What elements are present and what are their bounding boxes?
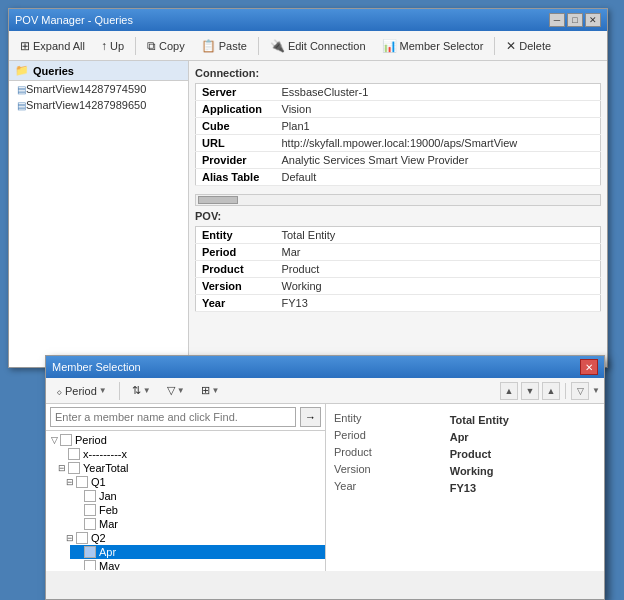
minimize-button[interactable]: ─ [549,13,565,27]
checkbox-yeartotal[interactable] [68,462,80,474]
member-tree-panel: → ▽ Period x---------x [46,404,326,571]
tree-node-q1[interactable]: ⊟ Q1 [62,475,325,489]
filter-button[interactable]: ▽ ▼ [161,381,191,401]
tree-node-apr[interactable]: Apr [70,545,325,559]
url-key: URL [196,135,276,152]
delete-button[interactable]: ✕ Delete [499,35,558,57]
member-right-toolbar: ▲ ▼ ▲ ▽ ▼ [500,382,600,400]
maximize-button[interactable]: □ [567,13,583,27]
tree-node-feb[interactable]: Feb [70,503,325,517]
tree-node-yeartotal[interactable]: ⊟ YearTotal [54,461,325,475]
nav-up2-button[interactable]: ▲ [542,382,560,400]
copy-icon: ⧉ [147,39,156,53]
cube-key: Cube [196,118,276,135]
member-toolbar: ⬦ Period ▼ ⇅ ▼ ▽ ▼ ⊞ ▼ ▲ ▼ ▲ ▽ ▼ [46,378,604,404]
member-close-button[interactable]: ✕ [580,359,598,375]
checkbox-mar[interactable] [84,518,96,530]
year-key: Year [196,295,276,312]
expand-icon-feb [72,505,84,515]
node-label-period: Period [75,434,107,446]
pov-product-key: Product [334,446,448,461]
alias-value: Default [276,169,601,186]
entity-value: Total Entity [276,227,601,244]
table-row: Year FY13 [196,295,601,312]
expand-all-icon: ⊞ [20,39,30,53]
nav-filter-button[interactable]: ▽ [571,382,589,400]
horizontal-scrollbar[interactable] [195,194,601,206]
tree-node-mar[interactable]: Mar [70,517,325,531]
up-button[interactable]: ↑ Up [94,35,131,57]
tree-node-x[interactable]: x---------x [54,447,325,461]
pov-row-version: Version Working [334,463,596,478]
pov-row-year: Year FY13 [334,480,596,495]
close-button[interactable]: ✕ [585,13,601,27]
member-selector-icon: 📊 [382,39,397,53]
main-window: POV Manager - Queries ─ □ ✕ ⊞ Expand All… [8,8,608,368]
expand-icon-jan [72,491,84,501]
period-icon: ⬦ [56,385,63,397]
search-area: → [46,404,325,431]
expand-all-button[interactable]: ⊞ Expand All [13,35,92,57]
checkbox-apr[interactable] [84,546,96,558]
find-button[interactable]: → [300,407,321,427]
nav-down-button[interactable]: ▼ [521,382,539,400]
tree-node-jan[interactable]: Jan [70,489,325,503]
options-icon: ⊞ [201,384,210,397]
pov-period-value: Apr [450,429,596,444]
period-dropdown-button[interactable]: ⬦ Period ▼ [50,381,113,401]
copy-button[interactable]: ⧉ Copy [140,35,192,57]
tree-node-may[interactable]: May [70,559,325,570]
pov-entity-value: Total Entity [450,412,596,427]
checkbox-may[interactable] [84,560,96,570]
table-row: Server EssbaseCluster-1 [196,84,601,101]
tree-node-period[interactable]: ▽ Period [46,433,325,447]
checkbox-q2[interactable] [76,532,88,544]
node-label-feb: Feb [99,504,118,516]
filter-icon: ▽ [167,384,175,397]
tree-header: 📁 Queries [9,61,188,81]
nav-filter-arrow: ▼ [592,386,600,395]
toolbar-separator-1 [135,37,136,55]
checkbox-x[interactable] [68,448,80,460]
checkbox-period[interactable] [60,434,72,446]
checkbox-jan[interactable] [84,490,96,502]
table-row: Product Product [196,261,601,278]
node-label-yeartotal: YearTotal [83,462,128,474]
expand-icon-x [56,449,68,459]
product-key: Product [196,261,276,278]
checkbox-q1[interactable] [76,476,88,488]
application-key: Application [196,101,276,118]
nav-up-button[interactable]: ▲ [500,382,518,400]
edit-connection-button[interactable]: 🔌 Edit Connection [263,35,373,57]
node-label-jan: Jan [99,490,117,502]
scrollbar-thumb[interactable] [198,196,238,204]
tree-item-2[interactable]: ▤ SmartView14287989650 [9,97,188,113]
sort-icon: ⇅ [132,384,141,397]
folder-icon: 📁 [15,64,29,77]
sort-button[interactable]: ⇅ ▼ [126,381,157,401]
pov-row-product: Product Product [334,446,596,461]
table-row: Cube Plan1 [196,118,601,135]
main-toolbar: ⊞ Expand All ↑ Up ⧉ Copy 📋 Paste 🔌 Edit … [9,31,607,61]
tree-node-q2[interactable]: ⊟ Q2 [62,531,325,545]
member-titlebar: Member Selection ✕ [46,356,604,378]
up-icon: ↑ [101,39,107,53]
expand-icon-q2: ⊟ [64,533,76,543]
node-label-mar: Mar [99,518,118,530]
paste-button[interactable]: 📋 Paste [194,35,254,57]
member-selector-button[interactable]: 📊 Member Selector [375,35,491,57]
member-toolbar-sep-1 [119,382,120,400]
checkbox-feb[interactable] [84,504,96,516]
node-label-q1: Q1 [91,476,106,488]
tree-item-1[interactable]: ▤ SmartView14287974590 [9,81,188,97]
pov-version-value: Working [450,463,596,478]
query-icon-2: ▤ [17,100,26,111]
cube-value: Plan1 [276,118,601,135]
year-value: FY13 [276,295,601,312]
member-pov-table: Entity Total Entity Period Apr Product P… [332,410,598,497]
provider-value: Analytic Services Smart View Provider [276,152,601,169]
search-input[interactable] [50,407,296,427]
server-value: EssbaseCluster-1 [276,84,601,101]
options-button[interactable]: ⊞ ▼ [195,381,226,401]
paste-icon: 📋 [201,39,216,53]
